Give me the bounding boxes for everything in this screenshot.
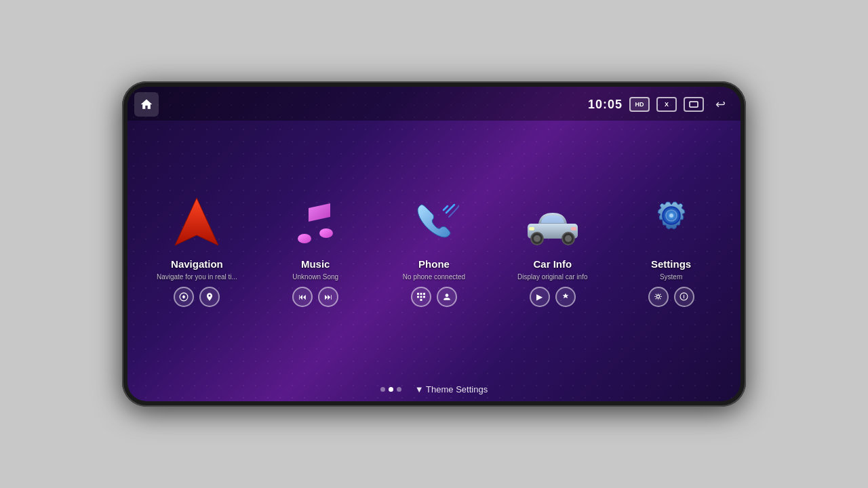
navigation-icon-area <box>166 195 227 256</box>
music-icon-area <box>285 195 346 256</box>
carinfo-settings[interactable] <box>555 287 576 307</box>
settings-app[interactable]: Settings System <box>615 195 727 307</box>
settings-subtitle: System <box>660 272 682 281</box>
home-icon <box>140 98 153 111</box>
svg-rect-12 <box>423 296 425 298</box>
svg-rect-11 <box>420 296 422 298</box>
phone-contacts[interactable] <box>437 287 457 307</box>
music-title: Music <box>301 258 330 270</box>
theme-settings-button[interactable]: ▼ Theme Settings <box>415 384 488 394</box>
phone-title: Phone <box>418 258 450 270</box>
phone-icon-area <box>403 195 465 256</box>
settings-icon-area <box>641 195 702 256</box>
svg-rect-10 <box>417 296 419 298</box>
settings-icon <box>646 199 697 251</box>
car-display-screen: 10:05 HD X ↩ <box>122 81 746 407</box>
music-prev[interactable]: ⏮ <box>292 287 313 307</box>
x-button[interactable]: X <box>656 97 677 112</box>
window-button[interactable] <box>684 97 704 112</box>
navigation-controls <box>174 287 220 307</box>
phone-icon <box>408 198 459 252</box>
carinfo-icon-area <box>522 195 583 256</box>
home-button[interactable] <box>134 92 159 117</box>
car-icon <box>522 205 583 245</box>
settings-ctrl-icon-1 <box>654 292 663 301</box>
settings-ctrl-2[interactable] <box>674 287 694 307</box>
nav-icon-2 <box>205 292 214 302</box>
phone-controls <box>411 287 457 307</box>
carinfo-title: Car Info <box>533 258 572 270</box>
navigation-app[interactable]: Navigation Navigate for you in real ti..… <box>141 195 253 307</box>
apps-row: Navigation Navigate for you in real ti..… <box>141 195 727 307</box>
navigation-title: Navigation <box>171 258 223 270</box>
main-content: Navigation Navigate for you in real ti..… <box>127 121 741 380</box>
contacts-icon <box>442 292 452 302</box>
dot-1 <box>380 387 385 392</box>
svg-rect-7 <box>417 293 419 295</box>
nav-ctrl-2[interactable] <box>199 287 220 307</box>
dialpad-icon <box>417 293 425 301</box>
settings-ctrl-1[interactable] <box>648 287 669 307</box>
svg-point-5 <box>298 234 311 243</box>
dot-2 <box>389 387 393 392</box>
svg-point-23 <box>669 214 673 218</box>
svg-point-24 <box>656 295 659 298</box>
navigation-subtitle: Navigate for you in real ti... <box>157 272 237 281</box>
music-app[interactable]: Music Unknown Song ⏮ ⏭ <box>260 195 372 307</box>
svg-rect-8 <box>420 293 422 295</box>
carinfo-subtitle: Display original car info <box>517 272 587 281</box>
svg-rect-0 <box>690 102 698 107</box>
settings-controls <box>648 287 694 307</box>
page-indicators <box>380 387 401 392</box>
phone-subtitle: No phone connected <box>403 272 465 281</box>
window-icon <box>689 101 698 108</box>
clock: 10:05 <box>588 98 623 112</box>
carinfo-app[interactable]: Car Info Display original car info ▶ <box>496 195 608 307</box>
nav-ctrl-1[interactable] <box>174 287 194 307</box>
dot-3 <box>397 387 401 392</box>
settings-title: Settings <box>651 258 691 270</box>
top-right-controls: 10:05 HD X ↩ <box>588 95 730 114</box>
top-bar: 10:05 HD X ↩ <box>127 87 741 121</box>
svg-point-18 <box>565 235 572 242</box>
phone-dialpad[interactable] <box>411 287 431 307</box>
music-next[interactable]: ⏭ <box>318 287 338 307</box>
bottom-bar: ▼ Theme Settings <box>127 380 741 401</box>
carinfo-controls: ▶ <box>530 287 576 307</box>
hd-button[interactable]: HD <box>629 97 650 112</box>
svg-point-6 <box>319 228 333 238</box>
music-controls: ⏮ ⏭ <box>292 287 338 307</box>
music-subtitle: Unknown Song <box>292 272 338 281</box>
navigation-icon <box>170 195 224 256</box>
screen-content: 10:05 HD X ↩ <box>127 87 741 401</box>
settings-info-icon <box>679 292 688 301</box>
svg-marker-1 <box>175 198 218 245</box>
svg-rect-19 <box>529 227 534 230</box>
back-button[interactable]: ↩ <box>711 95 730 114</box>
carinfo-play[interactable]: ▶ <box>530 287 550 307</box>
svg-rect-13 <box>420 299 422 301</box>
svg-rect-20 <box>571 227 576 230</box>
phone-app[interactable]: Phone No phone connected <box>378 195 490 307</box>
svg-rect-9 <box>423 293 425 295</box>
nav-icon-1 <box>179 292 189 302</box>
svg-point-16 <box>534 235 540 242</box>
music-icon <box>291 198 340 252</box>
carinfo-settings-icon <box>561 293 570 301</box>
